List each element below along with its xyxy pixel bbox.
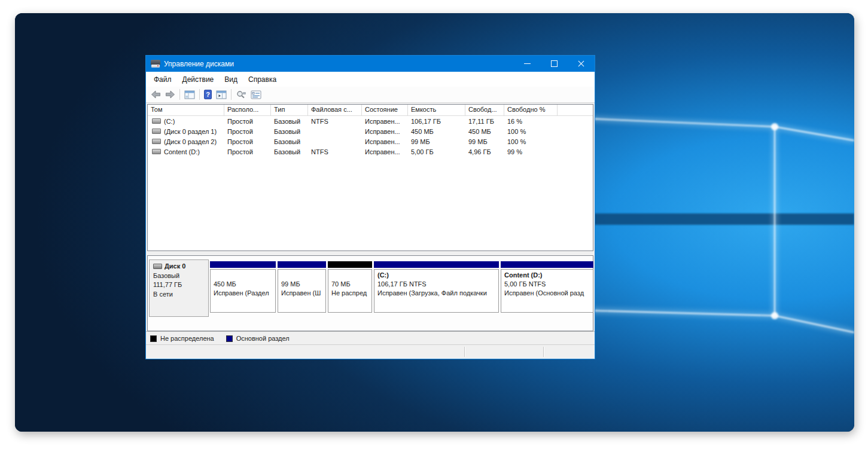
volume-free: 99 МБ <box>465 138 504 145</box>
legend-primary-label: Основной раздел <box>236 335 290 342</box>
menu-help[interactable]: Справка <box>243 73 282 86</box>
search-icon[interactable] <box>236 90 246 99</box>
partition-status: Не распред <box>331 289 371 298</box>
partition-name <box>214 271 275 280</box>
partition-color-bar <box>374 261 499 268</box>
back-icon[interactable] <box>151 90 161 99</box>
partition-unallocated[interactable]: 70 МБ Не распред <box>328 261 372 313</box>
volume-fs: NTFS <box>308 118 362 125</box>
volume-capacity: 106,17 ГБ <box>408 118 465 125</box>
volume-free-pct: 99 % <box>504 148 558 155</box>
status-bar-divider <box>464 347 465 357</box>
partition-color-bar <box>501 261 593 268</box>
minimize-button[interactable] <box>514 56 541 72</box>
volume-fs: NTFS <box>308 148 362 155</box>
menu-file[interactable]: Файл <box>148 73 177 86</box>
forward-icon[interactable] <box>165 90 175 99</box>
status-bar <box>146 344 595 359</box>
volume-icon <box>152 149 161 154</box>
table-row[interactable]: (C:) Простой Базовый NTFS Исправен... 10… <box>148 116 593 126</box>
action-pane-icon[interactable] <box>216 90 227 99</box>
column-header-layout[interactable]: Располо... <box>224 105 271 115</box>
volume-layout: Простой <box>224 128 271 135</box>
column-header-capacity[interactable]: Емкость <box>408 105 465 115</box>
volume-list: Том Располо... Тип Файловая с... Состоян… <box>147 104 593 251</box>
legend-unallocated-label: Не распределена <box>160 335 214 342</box>
toolbar-separator <box>179 89 180 100</box>
close-button[interactable] <box>568 56 595 72</box>
volume-free-pct: 100 % <box>504 138 558 145</box>
disk-type: Базовый <box>153 271 208 281</box>
partition-content-d[interactable]: Content (D:) 5,00 ГБ NTFS Исправен (Осно… <box>501 261 593 313</box>
partition-size: 450 МБ <box>214 280 275 289</box>
volume-type: Базовый <box>271 148 308 155</box>
column-header-free[interactable]: Свобод... <box>465 105 504 115</box>
volume-free: 450 МБ <box>465 128 504 135</box>
column-header-volume[interactable]: Том <box>148 105 224 115</box>
toolbar-separator <box>199 89 200 100</box>
maximize-button[interactable] <box>541 56 568 72</box>
partition-recovery[interactable]: 450 МБ Исправен (Раздел <box>210 261 276 313</box>
disk-graph-view: Диск 0 Базовый 111,77 ГБ В сети 450 МБ И… <box>147 255 593 331</box>
desktop-wallpaper: Управление дисками Файл Действие Вид Спр… <box>15 13 854 432</box>
partition-status: Исправен (Загрузка, Файл подкачки <box>377 289 498 298</box>
volume-name: (C:) <box>164 118 175 125</box>
disk-status: В сети <box>153 290 208 300</box>
volume-layout: Простой <box>224 118 271 125</box>
help-icon[interactable]: ? <box>204 90 212 99</box>
window-title: Управление дисками <box>164 60 514 68</box>
title-bar[interactable]: Управление дисками <box>146 56 595 72</box>
volume-icon <box>152 118 161 124</box>
partition-efi[interactable]: 99 МБ Исправен (Ш <box>278 261 326 313</box>
legend-primary-swatch <box>226 335 233 342</box>
volume-capacity: 5,00 ГБ <box>408 148 465 155</box>
volume-free-pct: 100 % <box>504 128 558 135</box>
volume-capacity: 99 МБ <box>408 138 465 145</box>
volume-status: Исправен... <box>362 128 408 135</box>
volume-name: (Диск 0 раздел 1) <box>164 128 217 135</box>
toolbar-separator <box>231 89 232 100</box>
column-header-filler <box>558 105 593 115</box>
column-header-filesystem[interactable]: Файловая с... <box>308 105 362 115</box>
disk-management-app-icon <box>151 60 160 68</box>
menu-view[interactable]: Вид <box>219 73 243 86</box>
partition-size: 99 МБ <box>281 280 325 289</box>
partition-name <box>281 271 325 280</box>
close-icon <box>578 60 584 67</box>
volume-name: (Диск 0 раздел 2) <box>164 138 217 145</box>
partition-color-bar <box>278 261 326 268</box>
volume-list-header: Том Располо... Тип Файловая с... Состоян… <box>148 105 593 116</box>
volume-status: Исправен... <box>362 138 408 145</box>
menu-bar: Файл Действие Вид Справка <box>146 72 595 87</box>
partition-c[interactable]: (C:) 106,17 ГБ NTFS Исправен (Загрузка, … <box>374 261 499 313</box>
partition-name <box>331 271 371 280</box>
volume-icon <box>152 139 161 144</box>
volume-layout: Простой <box>224 148 271 155</box>
volume-free: 17,11 ГБ <box>465 118 504 125</box>
column-header-free-pct[interactable]: Свободно % <box>504 105 558 115</box>
volume-icon <box>152 129 161 134</box>
status-bar-divider <box>543 347 544 357</box>
partition-status: Исправен (Основной разд <box>504 289 593 298</box>
column-header-type[interactable]: Тип <box>271 105 308 115</box>
partition-name: Content (D:) <box>504 271 593 280</box>
column-header-status[interactable]: Состояние <box>362 105 408 115</box>
table-row[interactable]: Content (D:) Простой Базовый NTFS Исправ… <box>148 146 593 157</box>
table-row[interactable]: (Диск 0 раздел 1) Простой Базовый Исправ… <box>148 126 593 136</box>
volume-type: Базовый <box>271 128 308 135</box>
console-tree-icon[interactable] <box>184 90 195 99</box>
partition-strip: 450 МБ Исправен (Раздел 99 МБ Исправен (… <box>210 261 593 313</box>
partition-name: (C:) <box>377 271 498 280</box>
partition-size: 106,17 ГБ NTFS <box>377 280 498 289</box>
volume-layout: Простой <box>224 138 271 145</box>
minimize-icon <box>524 63 531 64</box>
legend-bar: Не распределена Основной раздел <box>146 331 595 345</box>
menu-action[interactable]: Действие <box>177 73 220 86</box>
volume-free-pct: 16 % <box>504 118 558 125</box>
maximize-icon <box>551 60 558 67</box>
disk-size: 111,77 ГБ <box>153 280 208 290</box>
table-row[interactable]: (Диск 0 раздел 2) Простой Базовый Исправ… <box>148 136 593 146</box>
properties-icon[interactable] <box>251 90 261 99</box>
disk0-label-panel[interactable]: Диск 0 Базовый 111,77 ГБ В сети <box>149 259 209 317</box>
svg-text:?: ? <box>206 91 210 98</box>
